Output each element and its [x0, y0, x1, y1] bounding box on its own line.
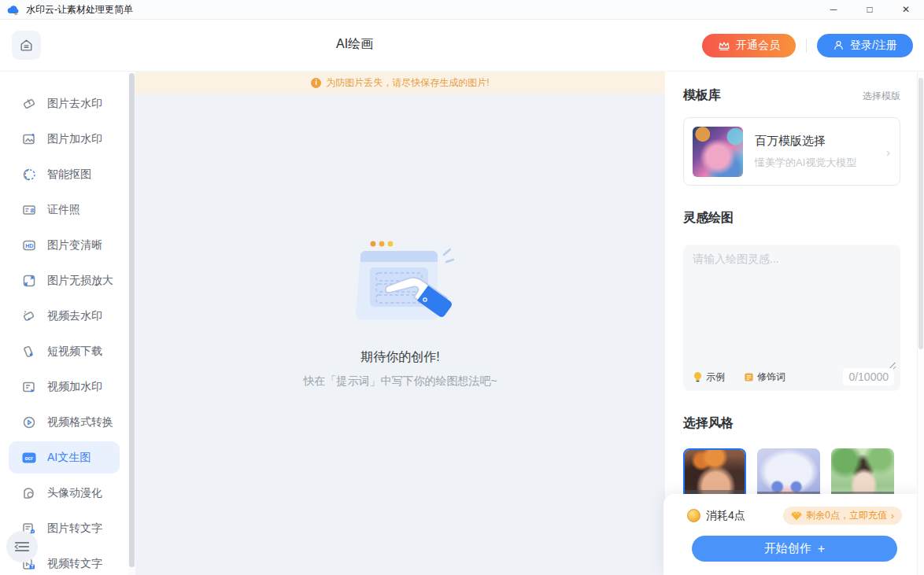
- vip-button-label: 开通会员: [736, 39, 780, 53]
- login-button[interactable]: 登录/注册: [817, 34, 913, 57]
- sidebar-item-lossless-enlarge[interactable]: 图片无损放大: [0, 263, 128, 298]
- video-convert-icon: [21, 415, 37, 430]
- sidebar-item-smart-cutout[interactable]: 智能抠图: [0, 157, 128, 192]
- sidebar-item-image-remove-watermark[interactable]: 图片去水印: [0, 86, 128, 121]
- app-logo-cloud-icon: [6, 3, 20, 16]
- image-add-watermark-icon: [21, 131, 37, 147]
- header: AI绘画 开通会员 登录/注册: [0, 20, 924, 72]
- lightbulb-icon: [693, 371, 703, 382]
- crown-icon: [718, 40, 730, 51]
- sidebar-item-label: 短视频下载: [47, 345, 102, 359]
- chevron-right-icon: ›: [891, 510, 894, 522]
- template-thumbnail: [693, 127, 743, 177]
- vip-button[interactable]: 开通会员: [702, 34, 796, 57]
- recharge-pill[interactable]: 剩余0点，立即充值 ›: [783, 507, 902, 525]
- window-title: 水印云-让素材处理更简单: [26, 3, 133, 17]
- sidebar-item-label: 图片转文字: [47, 522, 102, 536]
- cost-label: 消耗4点: [706, 509, 745, 523]
- coin-icon: [687, 509, 700, 522]
- panel-scrollbar-thumb[interactable]: [918, 78, 923, 349]
- sidebar-item-image-add-watermark[interactable]: 图片加水印: [0, 121, 128, 157]
- create-button[interactable]: 开始创作 +: [692, 536, 897, 562]
- short-video-download-icon: [21, 344, 37, 359]
- minimize-button[interactable]: ─: [815, 0, 852, 20]
- collapse-menu-icon: [14, 540, 30, 553]
- template-card[interactable]: 百万模版选择 懂美学的AI视觉大模型 ›: [683, 117, 900, 186]
- hd-enhance-icon: HD: [21, 238, 37, 253]
- sidebar-scrollbar-thumb[interactable]: [129, 73, 135, 567]
- inspiration-title: 灵感绘图: [683, 210, 734, 227]
- header-divider: [806, 39, 807, 53]
- empty-illustration: [342, 238, 460, 334]
- sidebar-item-label: 智能抠图: [47, 168, 91, 182]
- template-card-subtitle: 懂美学的AI视觉大模型: [755, 156, 856, 170]
- sidebar-item-label: 图片去水印: [47, 97, 102, 111]
- diamond-icon: [791, 511, 802, 521]
- sidebar-item-label: 头像动漫化: [47, 486, 102, 500]
- empty-state: 期待你的创作! 快在「提示词」中写下你的绘图想法吧~: [135, 94, 665, 575]
- choose-template-link[interactable]: 选择模版: [863, 90, 900, 103]
- generation-footer-card: 消耗4点 剩余0点，立即充值 › 开始创作 +: [663, 494, 924, 575]
- home-icon: [19, 38, 34, 53]
- modifier-button[interactable]: 修饰词: [744, 370, 785, 384]
- char-counter: 0/10000: [843, 368, 894, 385]
- home-button[interactable]: [12, 31, 41, 60]
- close-button[interactable]: ✕: [888, 0, 924, 20]
- sidebar-item-label: 图片无损放大: [47, 274, 113, 288]
- sidebar-item-short-video-download[interactable]: 短视频下载: [0, 334, 128, 369]
- notice-text: 为防图片丢失，请尽快保存生成的图片!: [326, 76, 489, 90]
- avatar-anime-icon: [21, 485, 37, 501]
- sidebar-item-label: 视频去水印: [47, 309, 102, 323]
- svg-text:HD: HD: [25, 243, 33, 249]
- sidebar-item-label: 视频转文字: [47, 557, 102, 571]
- sidebar-item-video-convert[interactable]: 视频格式转换: [0, 404, 128, 440]
- maximize-button[interactable]: □: [852, 0, 888, 20]
- video-remove-watermark-icon: [21, 308, 37, 324]
- panel-scrollbar[interactable]: [917, 72, 924, 575]
- user-icon: [833, 39, 845, 51]
- title-bar: 水印云-让素材处理更简单 ─ □ ✕: [0, 0, 924, 20]
- modifier-note-icon: [744, 372, 754, 382]
- svg-text:8: 8: [31, 207, 35, 214]
- id-photo-icon: 8: [21, 202, 37, 218]
- notice-banner: i 为防图片丢失，请尽快保存生成的图片!: [135, 72, 665, 94]
- plus-icon: +: [818, 542, 825, 556]
- prompt-input-box: 示例 修饰词 0/10000: [683, 245, 900, 391]
- style-section-title: 选择风格: [683, 415, 734, 432]
- sidebar-item-hd-enhance[interactable]: HD 图片变清晰: [0, 227, 128, 263]
- sidebar-item-label: 证件照: [47, 203, 80, 217]
- sidebar-item-label: 图片加水印: [47, 132, 102, 146]
- login-button-label: 登录/注册: [850, 39, 897, 53]
- empty-state-title: 期待你的创作!: [360, 349, 439, 366]
- sidebar-item-video-remove-watermark[interactable]: 视频去水印: [0, 298, 128, 334]
- sidebar-item-id-photo[interactable]: 8 证件照: [0, 192, 128, 227]
- template-library-title: 模板库: [683, 87, 721, 104]
- example-button[interactable]: 示例: [693, 370, 725, 384]
- modifier-label: 修饰词: [757, 370, 785, 384]
- sidebar-item-label: AI文生图: [47, 451, 91, 465]
- ai-text-to-image-icon: ocr: [21, 450, 37, 466]
- create-button-label: 开始创作: [764, 541, 811, 556]
- chevron-right-icon: ›: [886, 145, 890, 158]
- example-label: 示例: [706, 370, 725, 384]
- sidebar-collapse-button[interactable]: [6, 531, 38, 562]
- prompt-input[interactable]: [693, 252, 891, 363]
- sidebar-item-video-add-watermark[interactable]: 视频加水印: [0, 369, 128, 404]
- page-title: AI绘画: [336, 36, 373, 53]
- image-remove-watermark-icon: [21, 96, 37, 112]
- empty-state-subtitle: 快在「提示词」中写下你的绘图想法吧~: [303, 374, 497, 389]
- lossless-enlarge-icon: [21, 273, 37, 289]
- sidebar-item-label: 视频格式转换: [47, 415, 113, 429]
- sidebar-scrollbar[interactable]: [128, 72, 135, 575]
- sidebar-item-label: 图片变清晰: [47, 238, 102, 252]
- sidebar-item-ai-text-to-image[interactable]: ocr AI文生图: [9, 441, 120, 474]
- svg-text:ocr: ocr: [25, 455, 34, 460]
- sidebar: 图片去水印 图片加水印 智能抠图 8 证件照 HD 图片变清晰: [0, 72, 128, 575]
- template-card-title: 百万模版选择: [755, 134, 856, 149]
- sidebar-item-label: 视频加水印: [47, 380, 102, 394]
- smart-cutout-icon: [21, 167, 37, 182]
- video-add-watermark-icon: [21, 379, 37, 395]
- main-canvas-area: i 为防图片丢失，请尽快保存生成的图片!: [135, 72, 665, 575]
- sidebar-item-avatar-anime[interactable]: 头像动漫化: [0, 475, 128, 510]
- info-icon: i: [311, 78, 321, 88]
